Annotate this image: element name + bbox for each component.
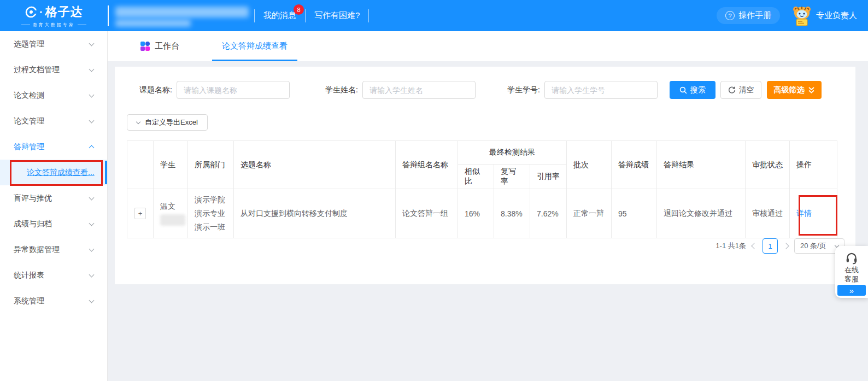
sidebar-nav: 选题管理 过程文档管理 论文检测 论文管理 答辩管理 论文答辩成绩查看... 盲… bbox=[0, 31, 108, 381]
question-circle-icon: ? bbox=[725, 11, 735, 20]
defense-result-column-header: 答辩结果 bbox=[657, 141, 746, 189]
logo-separator-dot: · bbox=[39, 5, 44, 18]
approval-status-cell: 审核通过 bbox=[746, 189, 790, 238]
sidebar-item-blind-review[interactable]: 盲评与推优 bbox=[0, 185, 107, 211]
tab-workbench[interactable]: 工作台 bbox=[131, 31, 189, 61]
defense-result-cell: 退回论文修改并通过 bbox=[657, 189, 746, 238]
double-chevron-down-icon bbox=[808, 86, 815, 94]
topic-cell: 从对口支援到横向转移支付制度 bbox=[234, 189, 396, 238]
page-number-button[interactable]: 1 bbox=[763, 238, 778, 254]
sidebar-item-label: 成绩与归档 bbox=[14, 219, 52, 229]
filter-student-name-group: 学生姓名: bbox=[325, 81, 476, 99]
sidebar-item-label: 论文管理 bbox=[14, 116, 44, 126]
masked-user-info bbox=[113, 4, 254, 27]
headset-icon bbox=[844, 251, 859, 265]
messages-count-badge: 8 bbox=[294, 4, 304, 15]
results-table: 学生 所属部门 选题名称 答辩组名名称 最终检测结果 批次 答辩成绩 答辩结果 … bbox=[127, 140, 837, 238]
student-name: 温文 bbox=[160, 202, 181, 212]
filter-student-id-group: 学生学号: bbox=[507, 81, 658, 99]
detail-link[interactable]: 详情 bbox=[796, 209, 812, 218]
table-row: + 温文 演示学院 演示专业 演示一班 从对口支援到横向转移支付制度 论文答辩一… bbox=[127, 189, 837, 238]
next-page-icon[interactable] bbox=[783, 243, 789, 249]
my-messages-label: 我的消息 bbox=[263, 10, 296, 21]
defense-score-cell: 95 bbox=[612, 189, 657, 238]
chevron-down-icon bbox=[89, 118, 95, 123]
student-name-input[interactable] bbox=[362, 81, 476, 99]
batch-cell: 正常一辩 bbox=[567, 189, 612, 238]
action-column-header: 操作 bbox=[790, 141, 837, 189]
defense-group-cell: 论文答辩一组 bbox=[396, 189, 458, 238]
sidebar-item-process-docs[interactable]: 过程文档管理 bbox=[0, 57, 107, 83]
header-divider bbox=[108, 5, 109, 26]
department-college: 演示学院 bbox=[195, 193, 227, 207]
chevron-down-icon bbox=[89, 246, 95, 251]
sidebar-item-abnormal-data[interactable]: 异常数据管理 bbox=[0, 237, 107, 262]
pagination-total-label: 1-1 共1条 bbox=[715, 241, 746, 251]
tab-bar: 工作台 论文答辩成绩查看 bbox=[108, 31, 868, 61]
similarity-cell: 16% bbox=[458, 189, 494, 238]
sidebar-subitem-defense-score-view[interactable]: 论文答辩成绩查看... bbox=[0, 160, 107, 185]
clear-button[interactable]: 清空 bbox=[720, 81, 761, 99]
chevron-down-icon bbox=[89, 92, 95, 97]
masked-student-id bbox=[160, 214, 185, 226]
chevron-down-icon bbox=[136, 119, 140, 124]
search-icon bbox=[679, 86, 687, 94]
chevron-down-icon bbox=[89, 220, 95, 226]
sidebar-item-topic-management[interactable]: 选题管理 bbox=[0, 31, 107, 57]
citation-ratio-cell: 7.62% bbox=[530, 189, 567, 238]
department-class: 演示一班 bbox=[195, 220, 227, 234]
logo-g-icon bbox=[24, 5, 38, 19]
brand-logo[interactable]: · 格子达 教育大数据专家 bbox=[0, 4, 108, 28]
sidebar-item-scores-archive[interactable]: 成绩与归档 bbox=[0, 211, 107, 237]
app-header: · 格子达 教育大数据专家 我的消息 8 写作有困难? ? 操作手册 bbox=[0, 0, 868, 31]
advanced-filter-button[interactable]: 高级筛选 bbox=[767, 81, 822, 99]
row-expand-button[interactable]: + bbox=[134, 208, 146, 219]
manual-button[interactable]: ? 操作手册 bbox=[717, 7, 780, 24]
writing-help-label: 写作有困难? bbox=[314, 10, 360, 21]
tab-active-label: 论文答辩成绩查看 bbox=[222, 41, 288, 51]
masked-text-line1 bbox=[115, 7, 249, 17]
sidebar-item-system-management[interactable]: 系统管理 bbox=[0, 288, 107, 314]
chevron-up-icon bbox=[89, 145, 95, 151]
mascot-avatar bbox=[792, 5, 812, 26]
sidebar-subitem-label: 论文答辩成绩查看... bbox=[27, 168, 95, 178]
student-id-label: 学生学号: bbox=[507, 85, 540, 95]
topic-name-label: 课题名称: bbox=[139, 85, 172, 95]
collapse-widget-button[interactable]: » bbox=[837, 285, 866, 296]
student-id-input[interactable] bbox=[544, 81, 658, 99]
final-check-group-header: 最终检测结果 bbox=[458, 141, 567, 165]
writing-help-menu[interactable]: 写作有困难? bbox=[306, 10, 368, 21]
sidebar-item-thesis-management[interactable]: 论文管理 bbox=[0, 108, 107, 134]
chevron-down-icon bbox=[89, 297, 95, 303]
workbench-grid-icon bbox=[140, 42, 150, 51]
approval-status-column-header: 审批状态 bbox=[746, 141, 790, 189]
user-role-menu[interactable]: 专业负责人 bbox=[792, 5, 857, 26]
defense-score-column-header: 答辩成绩 bbox=[612, 141, 657, 189]
sidebar-item-label: 过程文档管理 bbox=[14, 65, 60, 75]
department-major: 演示专业 bbox=[195, 207, 227, 220]
my-messages-menu[interactable]: 我的消息 8 bbox=[255, 10, 305, 21]
export-excel-button[interactable]: 自定义导出Excel bbox=[127, 114, 208, 131]
chevron-down-icon bbox=[89, 272, 95, 277]
search-button[interactable]: 搜索 bbox=[670, 81, 715, 99]
customer-service-widget[interactable]: 在线 客服 » bbox=[835, 246, 868, 298]
tab-defense-score-view[interactable]: 论文答辩成绩查看 bbox=[212, 31, 297, 61]
topic-name-input[interactable] bbox=[177, 81, 290, 99]
brand-tagline: 教育大数据专家 bbox=[21, 22, 86, 28]
batch-column-header: 批次 bbox=[567, 141, 612, 189]
masked-text-line2 bbox=[115, 20, 191, 27]
student-cell: 温文 bbox=[154, 189, 188, 238]
sidebar-item-thesis-check[interactable]: 论文检测 bbox=[0, 83, 107, 108]
prev-page-icon[interactable] bbox=[751, 243, 757, 249]
content-panel: 课题名称: 学生姓名: 学生学号: 搜索 清空 高级筛选 bbox=[115, 67, 855, 284]
sidebar-item-label: 盲评与推优 bbox=[14, 194, 52, 203]
sidebar-item-statistics-report[interactable]: 统计报表 bbox=[0, 262, 107, 288]
similarity-column-header: 相似比 bbox=[458, 165, 494, 189]
page-size-value: 20 条/页 bbox=[800, 241, 826, 251]
filter-bar: 课题名称: 学生姓名: 学生学号: 搜索 清空 高级筛选 bbox=[115, 81, 855, 99]
sidebar-item-defense-management[interactable]: 答辩管理 bbox=[0, 134, 107, 160]
copy-ratio-column-header: 复写率 bbox=[494, 165, 530, 189]
brand-name: 格子达 bbox=[45, 4, 84, 20]
pagination: 1-1 共1条 1 20 条/页 bbox=[715, 238, 844, 254]
department-cell: 演示学院 演示专业 演示一班 bbox=[188, 189, 234, 238]
